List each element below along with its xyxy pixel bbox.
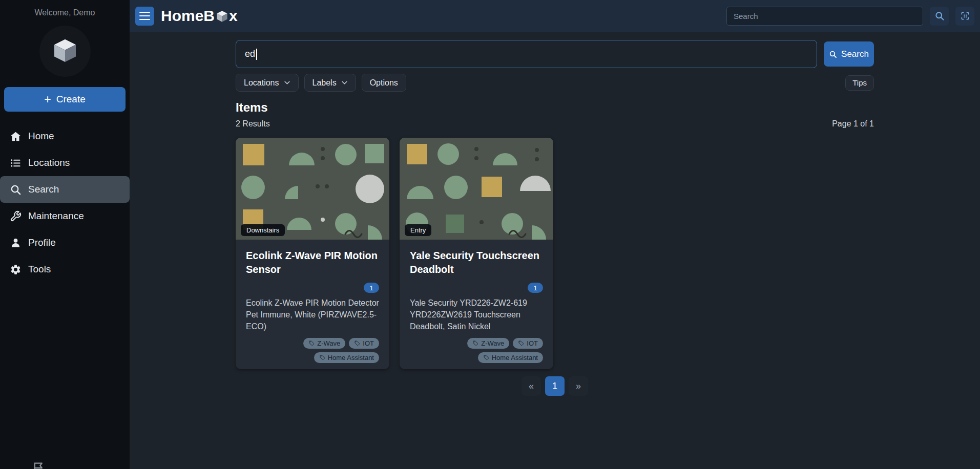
sidebar-item-label: Locations: [28, 157, 70, 168]
tag-icon: [308, 340, 315, 346]
quantity-badge: 1: [364, 283, 379, 293]
home-icon: [10, 131, 22, 142]
item-card[interactable]: Entry Yale Security Touchscreen Deadbolt…: [400, 138, 553, 369]
create-button-label: Create: [56, 94, 86, 105]
locations-icon: [10, 157, 22, 169]
header-search-button[interactable]: [930, 7, 949, 26]
sidebar-item-home[interactable]: Home: [0, 123, 130, 150]
tag-icon: [319, 354, 325, 360]
filter-label: Labels: [312, 78, 337, 88]
header-search-input[interactable]: [726, 7, 923, 26]
plus-icon: +: [44, 94, 51, 105]
filter-label: Options: [370, 78, 398, 88]
tag-label: Home Assistant: [328, 354, 374, 361]
tag-icon: [518, 340, 524, 346]
tag-label: IOT: [527, 339, 538, 347]
sidebar-item-maintenance[interactable]: Maintenance: [0, 203, 130, 229]
tag-list: Z-Wave IOT Home Assistant: [246, 333, 379, 363]
tag-label: Z-Wave: [481, 339, 504, 347]
tag-badge[interactable]: Home Assistant: [478, 352, 543, 363]
wrench-icon: [10, 210, 22, 222]
tag-badge[interactable]: IOT: [513, 338, 543, 349]
sidebar-item-label: Profile: [28, 237, 56, 248]
search-button[interactable]: Search: [824, 41, 874, 67]
sidebar-item-locations[interactable]: Locations: [0, 150, 130, 176]
search-icon: [934, 11, 945, 21]
sidebar-item-label: Tools: [28, 264, 51, 275]
next-page-button[interactable]: »: [569, 376, 588, 396]
filter-options-button[interactable]: Options: [362, 74, 406, 92]
top-header: HomeB x: [130, 0, 980, 32]
hamburger-icon: [139, 12, 150, 13]
tag-badge[interactable]: Home Assistant: [314, 352, 379, 363]
gear-icon: [10, 264, 22, 275]
tag-icon: [472, 340, 478, 346]
tag-badge[interactable]: Z-Wave: [467, 338, 509, 349]
tips-label: Tips: [852, 78, 867, 87]
search-icon: [10, 184, 22, 196]
item-thumbnail[interactable]: Entry: [400, 138, 553, 240]
search-icon: [829, 50, 837, 58]
sidebar: Welcome, Demo + Create Home: [0, 0, 130, 469]
tips-button[interactable]: Tips: [845, 75, 874, 91]
sidebar-item-search[interactable]: Search: [0, 176, 130, 203]
quantity-row: 1: [246, 283, 379, 293]
main-column: HomeB x: [130, 0, 980, 469]
app-root: Welcome, Demo + Create Home: [0, 0, 980, 469]
sidebar-item-label: Search: [28, 184, 59, 195]
sidebar-nav: Home Locations Search Mai: [0, 123, 130, 283]
results-row: 2 Results Page 1 of 1: [236, 119, 874, 129]
filter-label: Locations: [244, 78, 279, 88]
page-indicator: Page 1 of 1: [832, 119, 874, 129]
item-search-value: ed: [245, 49, 255, 59]
filter-row: Locations Labels Options Tips: [236, 74, 874, 92]
item-card[interactable]: Downstairs Ecolink Z-Wave PIR Motion Sen…: [236, 138, 389, 369]
content-area: ed Search Locations: [130, 32, 980, 469]
quantity-badge: 1: [528, 283, 543, 293]
welcome-text: Welcome, Demo: [0, 8, 130, 17]
tag-label: Z-Wave: [317, 339, 340, 347]
person-icon: [10, 237, 22, 249]
tag-label: IOT: [363, 339, 374, 347]
search-row: ed Search: [236, 40, 874, 68]
location-badge[interactable]: Downstairs: [241, 224, 285, 236]
scan-button[interactable]: [955, 7, 974, 26]
page-1-button[interactable]: 1: [545, 376, 565, 396]
pagination: « 1 »: [236, 376, 874, 396]
location-badge[interactable]: Entry: [405, 224, 431, 236]
quantity-row: 1: [410, 283, 543, 293]
card-body: Yale Security Touchscreen Deadbolt 1 Yal…: [400, 240, 553, 369]
item-description: Ecolink Z-Wave PIR Motion Detector Pet I…: [246, 297, 379, 333]
item-search-input[interactable]: ed: [236, 40, 817, 68]
sidebar-item-label: Maintenance: [28, 210, 84, 222]
item-card-grid: Downstairs Ecolink Z-Wave PIR Motion Sen…: [236, 138, 874, 369]
item-title[interactable]: Ecolink Z-Wave PIR Motion Sensor: [246, 249, 379, 276]
tag-badge[interactable]: Z-Wave: [303, 338, 345, 349]
menu-button[interactable]: [135, 7, 154, 26]
app-title-suffix: x: [229, 7, 238, 25]
tag-icon: [354, 340, 360, 346]
box-logo-icon: [51, 37, 79, 66]
item-thumbnail[interactable]: Downstairs: [236, 138, 389, 240]
tag-label: Home Assistant: [492, 354, 538, 361]
app-title[interactable]: HomeB x: [161, 7, 238, 25]
items-heading: Items: [236, 100, 874, 115]
sidebar-item-profile[interactable]: Profile: [0, 229, 130, 256]
app-title-prefix: HomeB: [161, 7, 215, 25]
chevron-down-icon: [341, 79, 348, 86]
app-logo: [0, 26, 130, 77]
tag-badge[interactable]: IOT: [349, 338, 379, 349]
sidebar-item-tools[interactable]: Tools: [0, 256, 130, 283]
create-button[interactable]: + Create: [4, 87, 126, 112]
results-count: 2 Results: [236, 119, 270, 129]
item-title[interactable]: Yale Security Touchscreen Deadbolt: [410, 249, 543, 276]
filter-labels-button[interactable]: Labels: [304, 74, 356, 92]
item-description: Yale Security YRD226-ZW2-619 YRD226ZW261…: [410, 297, 543, 333]
tag-icon: [483, 354, 489, 360]
text-caret: [256, 49, 257, 60]
sidebar-footer-icon[interactable]: [32, 461, 46, 469]
logo-circle: [39, 26, 91, 77]
box-logo-icon: [215, 10, 229, 24]
filter-locations-button[interactable]: Locations: [236, 74, 299, 92]
prev-page-button[interactable]: «: [522, 376, 541, 396]
